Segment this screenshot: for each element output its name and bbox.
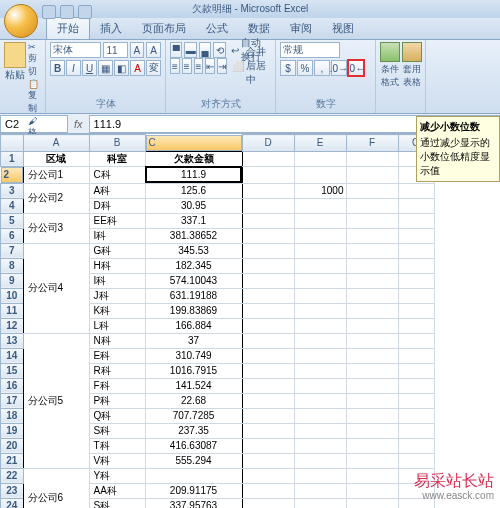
row-header-8[interactable]: 8 xyxy=(1,258,24,273)
cell-C17[interactable]: 22.68 xyxy=(145,393,242,408)
tab-页面布局[interactable]: 页面布局 xyxy=(132,18,196,39)
cell-B14[interactable]: E科 xyxy=(89,348,145,363)
cell-D14[interactable] xyxy=(242,348,294,363)
cell-G5[interactable] xyxy=(398,213,434,228)
cell-D19[interactable] xyxy=(242,423,294,438)
merge-center-button[interactable]: 合并后居中 xyxy=(229,58,271,74)
cell-D21[interactable] xyxy=(242,453,294,468)
fill-color-button[interactable]: ◧ xyxy=(114,60,129,76)
cell-F22[interactable] xyxy=(346,468,398,483)
cell-B15[interactable]: R科 xyxy=(89,363,145,378)
cell-C1[interactable]: 欠款金额 xyxy=(145,151,242,166)
row-header-5[interactable]: 5 xyxy=(1,213,24,228)
cell-G8[interactable] xyxy=(398,258,434,273)
col-header-C[interactable]: C xyxy=(146,135,242,151)
cell-C2[interactable]: 111.9 xyxy=(145,166,242,183)
cell-E13[interactable] xyxy=(294,333,346,348)
cell-G7[interactable] xyxy=(398,243,434,258)
cell-F11[interactable] xyxy=(346,303,398,318)
comma-button[interactable]: , xyxy=(314,60,330,76)
cell-E17[interactable] xyxy=(294,393,346,408)
cell-F16[interactable] xyxy=(346,378,398,393)
cell-E19[interactable] xyxy=(294,423,346,438)
underline-button[interactable]: U xyxy=(82,60,97,76)
cell-F5[interactable] xyxy=(346,213,398,228)
cell-F8[interactable] xyxy=(346,258,398,273)
cell-F13[interactable] xyxy=(346,333,398,348)
cell-D15[interactable] xyxy=(242,363,294,378)
row-header-7[interactable]: 7 xyxy=(1,243,24,258)
cell-E21[interactable] xyxy=(294,453,346,468)
font-color-button[interactable]: A xyxy=(130,60,145,76)
cell-G15[interactable] xyxy=(398,363,434,378)
cell-F9[interactable] xyxy=(346,273,398,288)
indent-dec-button[interactable]: ⇤ xyxy=(205,58,215,74)
cell-B2[interactable]: C科 xyxy=(89,166,145,183)
cell-G16[interactable] xyxy=(398,378,434,393)
grow-font-button[interactable]: A xyxy=(130,42,145,58)
office-button[interactable] xyxy=(4,4,38,38)
cell-F4[interactable] xyxy=(346,198,398,213)
cell-D18[interactable] xyxy=(242,408,294,423)
cell-D8[interactable] xyxy=(242,258,294,273)
cell-B9[interactable]: I科 xyxy=(89,273,145,288)
cell-E4[interactable] xyxy=(294,198,346,213)
bold-button[interactable]: B xyxy=(50,60,65,76)
cell-C3[interactable]: 125.6 xyxy=(145,183,242,198)
cell-B7[interactable]: G科 xyxy=(89,243,145,258)
row-header-15[interactable]: 15 xyxy=(1,363,24,378)
col-header-D[interactable]: D xyxy=(242,135,294,152)
row-header-2[interactable]: 2 xyxy=(1,167,23,183)
row-header-24[interactable]: 24 xyxy=(1,498,24,508)
fx-icon[interactable]: fx xyxy=(68,118,89,130)
italic-button[interactable]: I xyxy=(66,60,81,76)
cell-A22[interactable]: 分公司6 xyxy=(23,468,89,508)
cell-E20[interactable] xyxy=(294,438,346,453)
align-top-button[interactable]: ▀ xyxy=(170,42,182,58)
cell-E5[interactable] xyxy=(294,213,346,228)
cell-E22[interactable] xyxy=(294,468,346,483)
cell-C13[interactable]: 37 xyxy=(145,333,242,348)
cell-C9[interactable]: 574.10043 xyxy=(145,273,242,288)
cell-C4[interactable]: 30.95 xyxy=(145,198,242,213)
col-header-A[interactable]: A xyxy=(23,135,89,152)
cell-E16[interactable] xyxy=(294,378,346,393)
align-right-button[interactable]: ≡ xyxy=(194,58,204,74)
cell-E10[interactable] xyxy=(294,288,346,303)
cell-D13[interactable] xyxy=(242,333,294,348)
cell-C7[interactable]: 345.53 xyxy=(145,243,242,258)
format-table-button[interactable]: 套用表格 xyxy=(402,42,422,111)
cell-D23[interactable] xyxy=(242,483,294,498)
cell-G18[interactable] xyxy=(398,408,434,423)
cell-E7[interactable] xyxy=(294,243,346,258)
cell-B16[interactable]: F科 xyxy=(89,378,145,393)
increase-decimal-button[interactable]: .0→ xyxy=(331,60,347,76)
cell-D17[interactable] xyxy=(242,393,294,408)
cell-C6[interactable]: 381.38652 xyxy=(145,228,242,243)
tab-视图[interactable]: 视图 xyxy=(322,18,364,39)
cell-F17[interactable] xyxy=(346,393,398,408)
row-header-10[interactable]: 10 xyxy=(1,288,24,303)
cell-G13[interactable] xyxy=(398,333,434,348)
cell-E24[interactable] xyxy=(294,498,346,508)
cell-D16[interactable] xyxy=(242,378,294,393)
cell-G17[interactable] xyxy=(398,393,434,408)
cell-E18[interactable] xyxy=(294,408,346,423)
cell-C8[interactable]: 182.345 xyxy=(145,258,242,273)
cell-G11[interactable] xyxy=(398,303,434,318)
col-header-F[interactable]: F xyxy=(346,135,398,152)
cell-B5[interactable]: EE科 xyxy=(89,213,145,228)
cell-A5[interactable]: 分公司3 xyxy=(23,213,89,243)
qat-save-icon[interactable] xyxy=(42,5,56,19)
cell-F20[interactable] xyxy=(346,438,398,453)
cell-C5[interactable]: 337.1 xyxy=(145,213,242,228)
cell-E23[interactable] xyxy=(294,483,346,498)
cell-A2[interactable]: 分公司1 xyxy=(23,166,89,183)
cell-G6[interactable] xyxy=(398,228,434,243)
tab-公式[interactable]: 公式 xyxy=(196,18,238,39)
cell-B1[interactable]: 科室 xyxy=(89,151,145,166)
indent-inc-button[interactable]: ⇥ xyxy=(217,58,227,74)
cell-G9[interactable] xyxy=(398,273,434,288)
cell-B6[interactable]: I科 xyxy=(89,228,145,243)
row-header-6[interactable]: 6 xyxy=(1,228,24,243)
